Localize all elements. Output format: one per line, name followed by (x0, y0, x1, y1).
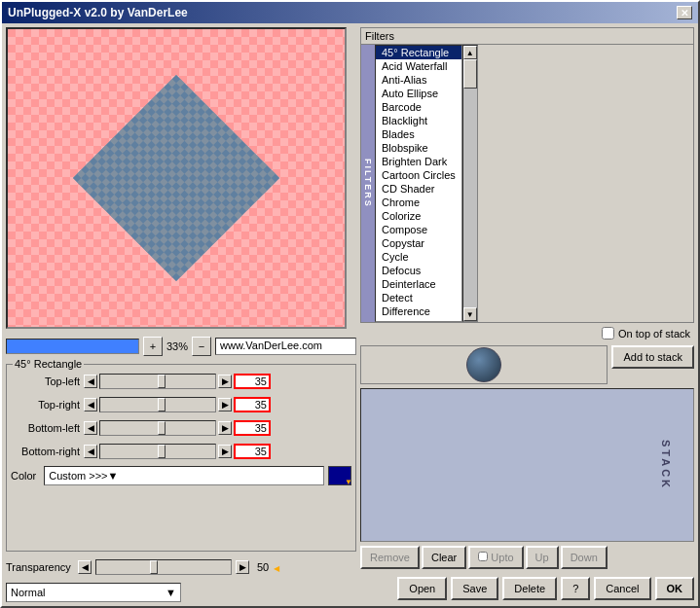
color-dropdown-value: Custom >>> (49, 470, 107, 482)
left-panel: + 33% − www.VanDerLee.com 45° Rectangle … (6, 27, 356, 602)
param-label-top-right: Top-right (11, 399, 84, 411)
scroll-up-btn[interactable]: ▲ (463, 46, 477, 59)
trans-arrow-right[interactable]: ▶ (236, 560, 249, 574)
filter-item-9[interactable]: Cartoon Circles (376, 168, 461, 182)
mode-dropdown[interactable]: Normal ▼ (6, 583, 181, 602)
filter-item-20[interactable]: Disco Lights (376, 318, 461, 322)
filter-item-1[interactable]: Acid Waterfall (376, 59, 461, 73)
filter-item-7[interactable]: Blobspike (376, 141, 461, 155)
filters-box: Filters FILTERS 45° Rectangle Acid Water… (360, 27, 694, 323)
color-label: Color (11, 470, 36, 482)
filters-scrollbar[interactable]: ▲ ▼ (462, 45, 478, 322)
param-row-bottom-right: Bottom-right ◀ ▶ (11, 441, 351, 462)
logo-globe (466, 347, 501, 382)
slider-bottom-right: ◀ ▶ (84, 444, 271, 459)
value-bottom-left[interactable] (234, 420, 271, 436)
arrow-left-top-left[interactable]: ◀ (84, 375, 97, 388)
zoom-minus-button[interactable]: − (192, 337, 211, 356)
filter-item-8[interactable]: Brighten Dark (376, 155, 461, 168)
filter-item-17[interactable]: Deinterlace (376, 277, 461, 291)
down-button[interactable]: Down (561, 546, 608, 569)
filter-item-5[interactable]: Blacklight (376, 114, 461, 127)
stack-buttons: Remove Clear Upto Up Down (360, 544, 694, 571)
scroll-down-btn[interactable]: ▼ (463, 307, 477, 321)
slider-track-top-left[interactable] (99, 374, 216, 389)
filters-title: Filters (361, 28, 693, 45)
scroll-track (463, 59, 477, 307)
arrow-right-top-left[interactable]: ▶ (218, 375, 232, 388)
stack-area: STACK (360, 388, 694, 542)
add-to-stack-row: Add to stack (360, 343, 694, 386)
color-row: Color Custom >>> ▼ (11, 466, 351, 485)
slider-track-bottom-right[interactable] (99, 444, 216, 459)
mode-value: Normal (11, 587, 45, 598)
color-swatch[interactable] (328, 466, 351, 485)
transparency-row: Transparency ◀ ▶ 50 (6, 559, 356, 575)
param-label-bottom-left: Bottom-left (11, 422, 84, 434)
filter-item-10[interactable]: CD Shader (376, 182, 461, 196)
param-row-bottom-left: Bottom-left ◀ ▶ (11, 417, 351, 439)
filter-group-title: 45° Rectangle (13, 358, 84, 370)
transparency-label: Transparency (6, 561, 74, 573)
scroll-thumb[interactable] (463, 59, 477, 89)
filter-item-6[interactable]: Blades (376, 127, 461, 141)
mode-arrow-icon: ▼ (166, 587, 176, 598)
add-to-stack-button[interactable]: Add to stack (611, 345, 694, 369)
filter-item-4[interactable]: Barcode (376, 100, 461, 114)
progress-bar (6, 339, 139, 354)
filter-item-11[interactable]: Chrome (376, 196, 461, 209)
filter-item-0[interactable]: 45° Rectangle (376, 46, 461, 59)
open-button[interactable]: Open (397, 577, 447, 600)
upto-button[interactable]: Upto (468, 546, 523, 569)
arrow-right-bottom-left[interactable]: ▶ (218, 421, 232, 435)
ok-button[interactable]: OK (655, 577, 695, 600)
up-button[interactable]: Up (526, 546, 559, 569)
arrow-right-bottom-right[interactable]: ▶ (218, 445, 232, 458)
slider-track-top-right[interactable] (99, 397, 216, 412)
param-row-top-right: Top-right ◀ ▶ (11, 394, 351, 415)
trans-slider[interactable] (95, 559, 232, 575)
filter-item-14[interactable]: Copystar (376, 236, 461, 250)
filter-item-18[interactable]: Detect (376, 291, 461, 304)
filter-item-16[interactable]: Defocus (376, 264, 461, 277)
filter-item-19[interactable]: Difference (376, 304, 461, 318)
preview-area (6, 27, 347, 329)
remove-button[interactable]: Remove (360, 546, 420, 569)
main-window: UnPlugged-X v2.0 by VanDerLee ✕ + 33% − … (0, 0, 700, 608)
arrow-right-top-right[interactable]: ▶ (218, 398, 232, 411)
value-top-right[interactable] (234, 397, 271, 412)
filter-item-3[interactable]: Auto Ellipse (376, 87, 461, 100)
slider-track-bottom-left[interactable] (99, 420, 216, 436)
cancel-button[interactable]: Cancel (594, 577, 650, 600)
arrow-left-bottom-right[interactable]: ◀ (84, 445, 97, 458)
zoom-percent: 33% (166, 340, 188, 352)
right-panel: Filters FILTERS 45° Rectangle Acid Water… (360, 27, 694, 602)
arrow-left-bottom-left[interactable]: ◀ (84, 421, 97, 435)
filter-item-2[interactable]: Anti-Alias (376, 73, 461, 87)
filter-item-12[interactable]: Colorize (376, 209, 461, 223)
upto-checkbox[interactable] (478, 552, 488, 561)
arrow-left-top-right[interactable]: ◀ (84, 398, 97, 411)
filter-item-15[interactable]: Cycle (376, 250, 461, 264)
on-top-checkbox[interactable] (602, 327, 614, 340)
progress-fill (7, 340, 98, 353)
close-button[interactable]: ✕ (677, 6, 692, 19)
zoom-plus-button[interactable]: + (143, 337, 163, 356)
diamond-preview (73, 75, 279, 281)
trans-arrow-left[interactable]: ◀ (78, 560, 92, 574)
delete-button[interactable]: Delete (502, 577, 557, 600)
param-label-bottom-right: Bottom-right (11, 446, 84, 457)
on-top-label[interactable]: On top of stack (602, 327, 690, 340)
clear-button[interactable]: Clear (422, 546, 466, 569)
slider-top-right: ◀ ▶ (84, 397, 271, 412)
color-dropdown[interactable]: Custom >>> ▼ (44, 466, 324, 485)
filters-list[interactable]: 45° Rectangle Acid Waterfall Anti-Alias … (375, 45, 462, 322)
value-bottom-right[interactable] (234, 444, 271, 459)
help-button[interactable]: ? (561, 577, 590, 600)
value-top-left[interactable] (234, 374, 271, 389)
filter-item-13[interactable]: Compose (376, 223, 461, 236)
normal-dropdown-row: Normal ▼ (6, 583, 356, 602)
window-title: UnPlugged-X v2.0 by VanDerLee (8, 6, 188, 19)
save-button[interactable]: Save (451, 577, 498, 600)
url-bar[interactable]: www.VanDerLee.com (215, 338, 356, 355)
